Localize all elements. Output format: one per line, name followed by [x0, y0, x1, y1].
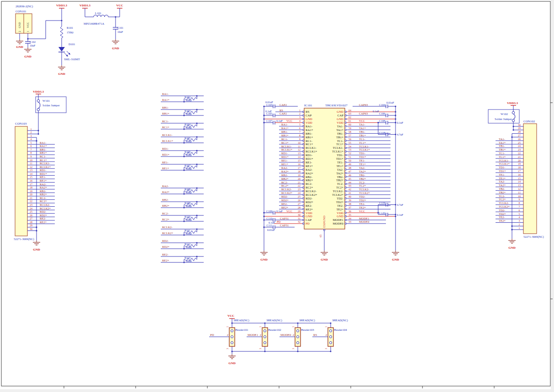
- junction-dot: [196, 136, 197, 137]
- pin-clip: [302, 219, 304, 220]
- net-label: RCLK1-: [162, 133, 173, 136]
- pin-name: TC2+: [336, 186, 343, 189]
- pin-number: 29: [30, 224, 32, 227]
- pin-clip: [345, 122, 346, 123]
- junction-dot: [196, 95, 197, 96]
- junction-dot: [196, 187, 197, 188]
- power-label: VDD3.3: [79, 4, 90, 7]
- junction-dot: [196, 109, 197, 110]
- power-label: GND: [33, 248, 40, 251]
- pin-number: 61: [348, 120, 351, 122]
- junction-dot: [512, 125, 514, 127]
- ref-des: C120: [379, 212, 385, 214]
- ref-des: CON103: [15, 122, 27, 125]
- net-label: TC1+: [499, 155, 506, 158]
- net-label: RA1-: [40, 141, 46, 144]
- pin-number: 6: [299, 127, 301, 130]
- pin-clip: [345, 143, 346, 145]
- pin-clip: [302, 187, 304, 188]
- pin-number: 1: [299, 109, 301, 112]
- pin-clip: [345, 136, 346, 138]
- net-label: RD2-: [162, 239, 169, 242]
- pin-name: RCLK1-: [306, 146, 317, 149]
- net-label: RE1+: [162, 167, 169, 170]
- pin-number: 19: [298, 174, 301, 177]
- pin-name: TB1+: [336, 136, 343, 139]
- pin-name: TCLK2-: [333, 189, 344, 193]
- ref-des: CON101: [16, 10, 26, 13]
- pin-name: RE2-: [306, 204, 312, 207]
- pin-name: TA1-: [337, 125, 344, 128]
- page-margin: [0, 389, 554, 392]
- pin-clip: [302, 205, 304, 206]
- pin-number: 13: [518, 184, 521, 187]
- value-label: 0.01uF: [267, 229, 275, 231]
- pin-number: 10: [298, 141, 301, 144]
- pin-number: 2: [519, 223, 520, 226]
- pad-circle: [231, 335, 233, 338]
- net-label: TCLK1-: [499, 159, 509, 162]
- pad-circle: [329, 341, 332, 344]
- net-label: TE2+: [499, 219, 506, 222]
- pin-clip: [302, 133, 304, 134]
- value-label: 100Ω: [185, 191, 192, 194]
- pin-clip: [302, 194, 304, 195]
- net-label: RE2+: [40, 220, 47, 224]
- pin-clip: [302, 140, 304, 141]
- pin-clip: [302, 115, 304, 116]
- net-label: RC2-: [40, 196, 46, 199]
- pin-name: GND: [337, 110, 343, 113]
- junction-dot: [183, 156, 185, 157]
- net-label: RB2+: [281, 177, 289, 180]
- net-label: MODE1: [248, 333, 258, 336]
- net-label: VCC: [286, 209, 292, 213]
- value-label: 100Ω: [185, 246, 192, 249]
- power-label: GND: [228, 361, 236, 365]
- net-label: RE2-: [281, 202, 288, 205]
- net-label: TD1-: [359, 152, 365, 155]
- pin-name: RD2+: [306, 200, 313, 204]
- ref-des: C106: [379, 112, 385, 115]
- ref-des: W102: [501, 112, 508, 115]
- pin-number: 3: [325, 348, 327, 349]
- net-label: RC2-: [162, 212, 169, 215]
- pin-number: 1: [292, 326, 295, 327]
- pin-name: RB2+: [306, 178, 313, 182]
- value-label: 10uF: [117, 31, 123, 33]
- pin-number: 54: [348, 145, 351, 148]
- pin-number: 2: [227, 333, 228, 336]
- net-label: TE2-: [499, 215, 505, 219]
- net-label: RB1+: [162, 112, 169, 115]
- net-label: RD1-: [281, 152, 288, 155]
- pad-circle: [329, 335, 332, 338]
- pin-name: VDD: [306, 121, 312, 124]
- pin-number: 19: [30, 190, 32, 193]
- pin-number: 16: [518, 173, 521, 176]
- net-label: TC2+: [499, 198, 506, 201]
- pin-name: TD2-: [337, 197, 343, 200]
- net-label: PD: [277, 220, 281, 223]
- value-label: 100Ω: [185, 113, 192, 115]
- pin-number: 21: [518, 156, 521, 158]
- net-label: TE1+: [499, 177, 506, 180]
- pin-number: 17: [30, 183, 32, 186]
- net-label: RC2+: [162, 218, 169, 221]
- junction-dot: [37, 130, 39, 131]
- pin-number: 20: [298, 178, 301, 180]
- pin-name: GND: [306, 117, 312, 120]
- pin-number: 26: [30, 214, 32, 217]
- pin-name: TD1+: [336, 157, 343, 160]
- net-label: RB2-: [162, 198, 169, 201]
- net-label: RE2-: [162, 253, 169, 256]
- pin-clip: [345, 201, 346, 203]
- jumper-curve: [38, 102, 40, 108]
- net-label: MODE0: [280, 333, 291, 336]
- pin-number: 20: [518, 159, 521, 162]
- pin-number: 35: [348, 214, 351, 216]
- pin-number: 45: [348, 178, 351, 180]
- junction-dot: [395, 118, 396, 120]
- pin-clip: [345, 169, 346, 170]
- ref-des: C103: [266, 104, 272, 106]
- ref-des: R110: [185, 215, 190, 218]
- pin-number: 49: [348, 163, 351, 166]
